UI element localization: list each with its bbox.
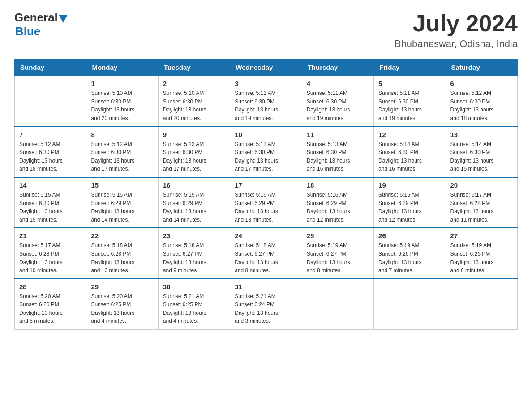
logo-blue-text: Blue [15,25,40,38]
logo-triangle-icon [59,15,68,23]
day-info: Sunrise: 5:15 AMSunset: 6:29 PMDaylight:… [163,191,225,224]
day-info: Sunrise: 5:10 AMSunset: 6:30 PMDaylight:… [91,89,153,122]
calendar-cell: 14Sunrise: 5:15 AMSunset: 6:30 PMDayligh… [15,177,86,228]
day-info: Sunrise: 5:12 AMSunset: 6:30 PMDaylight:… [91,140,153,173]
day-number: 2 [163,80,225,87]
calendar-cell: 5Sunrise: 5:11 AMSunset: 6:30 PMDaylight… [374,76,446,127]
calendar-cell: 9Sunrise: 5:13 AMSunset: 6:30 PMDaylight… [158,127,230,177]
day-number: 17 [235,181,297,189]
logo-general-text: General [14,11,58,25]
day-number: 30 [163,283,225,291]
day-number: 29 [91,283,153,291]
day-number: 25 [307,232,369,240]
day-info: Sunrise: 5:18 AMSunset: 6:27 PMDaylight:… [163,241,225,274]
day-number: 10 [235,131,297,138]
calendar-cell: 2Sunrise: 5:10 AMSunset: 6:30 PMDaylight… [158,76,230,127]
day-info: Sunrise: 5:18 AMSunset: 6:27 PMDaylight:… [235,241,297,274]
day-number: 31 [235,283,297,291]
col-monday: Monday [86,59,158,76]
day-info: Sunrise: 5:19 AMSunset: 6:26 PMDaylight:… [450,241,513,274]
day-number: 28 [19,283,82,291]
day-info: Sunrise: 5:13 AMSunset: 6:30 PMDaylight:… [307,140,369,173]
calendar-week-row-1: 1Sunrise: 5:10 AMSunset: 6:30 PMDaylight… [15,76,518,127]
day-info: Sunrise: 5:17 AMSunset: 6:28 PMDaylight:… [450,191,513,224]
day-info: Sunrise: 5:11 AMSunset: 6:30 PMDaylight:… [307,89,369,122]
day-number: 13 [450,131,513,138]
day-number: 22 [91,232,153,240]
col-wednesday: Wednesday [230,59,302,76]
calendar-cell: 26Sunrise: 5:19 AMSunset: 6:26 PMDayligh… [374,228,446,278]
day-info: Sunrise: 5:11 AMSunset: 6:30 PMDaylight:… [235,89,297,122]
day-info: Sunrise: 5:20 AMSunset: 6:25 PMDaylight:… [91,292,153,325]
calendar-week-row-4: 21Sunrise: 5:17 AMSunset: 6:28 PMDayligh… [15,228,518,278]
day-number: 9 [163,131,225,138]
calendar-cell: 31Sunrise: 5:21 AMSunset: 6:24 PMDayligh… [230,279,302,330]
day-info: Sunrise: 5:16 AMSunset: 6:29 PMDaylight:… [307,191,369,224]
calendar-cell: 27Sunrise: 5:19 AMSunset: 6:26 PMDayligh… [446,228,517,278]
location-text: Bhubaneswar, Odisha, India [395,38,518,50]
calendar-cell: 11Sunrise: 5:13 AMSunset: 6:30 PMDayligh… [302,127,373,177]
calendar-cell: 23Sunrise: 5:18 AMSunset: 6:27 PMDayligh… [158,228,230,278]
day-info: Sunrise: 5:13 AMSunset: 6:30 PMDaylight:… [163,140,225,173]
day-number: 23 [163,232,225,240]
col-thursday: Thursday [302,59,373,76]
calendar-cell: 29Sunrise: 5:20 AMSunset: 6:25 PMDayligh… [86,279,158,330]
calendar-cell: 25Sunrise: 5:19 AMSunset: 6:27 PMDayligh… [302,228,373,278]
day-info: Sunrise: 5:10 AMSunset: 6:30 PMDaylight:… [163,89,225,122]
calendar-cell: 18Sunrise: 5:16 AMSunset: 6:29 PMDayligh… [302,177,373,228]
month-title: July 2024 [395,11,518,36]
day-info: Sunrise: 5:21 AMSunset: 6:24 PMDaylight:… [235,292,297,325]
calendar-week-row-2: 7Sunrise: 5:12 AMSunset: 6:30 PMDaylight… [15,127,518,177]
day-number: 26 [378,232,441,240]
calendar-cell: 15Sunrise: 5:15 AMSunset: 6:29 PMDayligh… [86,177,158,228]
day-info: Sunrise: 5:12 AMSunset: 6:30 PMDaylight:… [19,140,82,173]
calendar-week-row-5: 28Sunrise: 5:20 AMSunset: 6:26 PMDayligh… [15,279,518,330]
col-friday: Friday [374,59,446,76]
day-info: Sunrise: 5:15 AMSunset: 6:30 PMDaylight:… [19,191,82,224]
calendar-cell: 13Sunrise: 5:14 AMSunset: 6:30 PMDayligh… [446,127,517,177]
calendar-cell: 6Sunrise: 5:12 AMSunset: 6:30 PMDaylight… [446,76,517,127]
day-info: Sunrise: 5:21 AMSunset: 6:25 PMDaylight:… [163,292,225,325]
day-number: 15 [91,181,153,189]
calendar-cell: 24Sunrise: 5:18 AMSunset: 6:27 PMDayligh… [230,228,302,278]
calendar-cell: 19Sunrise: 5:16 AMSunset: 6:29 PMDayligh… [374,177,446,228]
calendar-cell: 12Sunrise: 5:14 AMSunset: 6:30 PMDayligh… [374,127,446,177]
day-number: 7 [19,131,82,138]
day-number: 6 [450,80,513,87]
day-info: Sunrise: 5:15 AMSunset: 6:29 PMDaylight:… [91,191,153,224]
day-info: Sunrise: 5:13 AMSunset: 6:30 PMDaylight:… [235,140,297,173]
day-info: Sunrise: 5:14 AMSunset: 6:30 PMDaylight:… [378,140,441,173]
day-number: 20 [450,181,513,189]
day-info: Sunrise: 5:19 AMSunset: 6:26 PMDaylight:… [378,241,441,274]
col-sunday: Sunday [15,59,86,76]
page-header: General Blue July 2024 Bhubaneswar, Odis… [14,11,518,50]
calendar-header-row: Sunday Monday Tuesday Wednesday Thursday… [15,59,518,76]
calendar-table: Sunday Monday Tuesday Wednesday Thursday… [14,59,518,330]
logo: General Blue [14,11,68,39]
day-number: 11 [307,131,369,138]
day-number: 4 [307,80,369,87]
day-number: 27 [450,232,513,240]
day-info: Sunrise: 5:17 AMSunset: 6:28 PMDaylight:… [19,241,82,274]
calendar-cell: 1Sunrise: 5:10 AMSunset: 6:30 PMDaylight… [86,76,158,127]
calendar-cell: 22Sunrise: 5:18 AMSunset: 6:28 PMDayligh… [86,228,158,278]
day-number: 12 [378,131,441,138]
calendar-cell: 7Sunrise: 5:12 AMSunset: 6:30 PMDaylight… [15,127,86,177]
day-number: 1 [91,80,153,87]
day-info: Sunrise: 5:14 AMSunset: 6:30 PMDaylight:… [450,140,513,173]
day-number: 8 [91,131,153,138]
calendar-cell: 8Sunrise: 5:12 AMSunset: 6:30 PMDaylight… [86,127,158,177]
day-info: Sunrise: 5:20 AMSunset: 6:26 PMDaylight:… [19,292,82,325]
day-number: 24 [235,232,297,240]
calendar-cell: 10Sunrise: 5:13 AMSunset: 6:30 PMDayligh… [230,127,302,177]
day-number: 16 [163,181,225,189]
col-tuesday: Tuesday [158,59,230,76]
calendar-cell: 4Sunrise: 5:11 AMSunset: 6:30 PMDaylight… [302,76,373,127]
day-number: 3 [235,80,297,87]
calendar-cell: 17Sunrise: 5:16 AMSunset: 6:29 PMDayligh… [230,177,302,228]
title-section: July 2024 Bhubaneswar, Odisha, India [395,11,518,50]
calendar-cell [15,76,86,127]
day-number: 21 [19,232,82,240]
calendar-cell: 16Sunrise: 5:15 AMSunset: 6:29 PMDayligh… [158,177,230,228]
day-info: Sunrise: 5:19 AMSunset: 6:27 PMDaylight:… [307,241,369,274]
